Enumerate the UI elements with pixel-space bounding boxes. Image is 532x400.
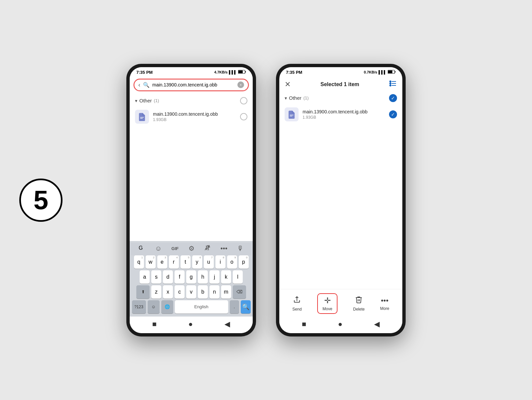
key-x[interactable]: x — [163, 285, 173, 299]
kb-toolbar: G ☺ GIF ⚙ ••• 🎙 — [131, 243, 251, 255]
google-icon[interactable]: G — [139, 244, 145, 253]
more-dots-icon: ••• — [381, 296, 388, 305]
key-i[interactable]: i8 — [215, 255, 225, 269]
ph2-more-action[interactable]: ••• More — [380, 296, 389, 311]
key-c[interactable]: c — [175, 285, 185, 299]
ph2-file-icon — [285, 107, 299, 121]
emoji-icon[interactable]: ☺ — [155, 245, 162, 252]
ph2-category-check[interactable]: ✓ — [389, 94, 397, 102]
phone1-file-info: main.13900.com.tencent.ig.obb 1.93GB — [153, 111, 236, 122]
key-search[interactable]: 🔍 — [241, 300, 251, 314]
more-icon[interactable]: ••• — [220, 245, 227, 252]
kb-row-4: ?123 ☺ 🌐 English . 🔍 — [131, 300, 251, 314]
chevron-down-icon: ▾ — [135, 98, 137, 103]
search-input[interactable]: main.13900.com.tencent.ig.obb — [152, 82, 235, 87]
phone-1-frame: 7:35 PM 4.7KB/s ▌▌▌ ‹ 🔍 main.13900.com.t… — [126, 64, 256, 336]
svg-point-13 — [390, 83, 391, 84]
phone1-search-bar[interactable]: ‹ 🔍 main.13900.com.tencent.ig.obb × — [134, 79, 249, 91]
key-globe[interactable]: 🌐 — [161, 300, 173, 314]
key-z[interactable]: z — [151, 285, 161, 299]
mic-icon[interactable]: 🎙 — [237, 245, 244, 252]
ph2-file-item[interactable]: main.13900.com.tencent.ig.obb 1.93GB ✓ — [279, 104, 402, 125]
phone1-file-name: main.13900.com.tencent.ig.obb — [153, 111, 236, 117]
svg-rect-15 — [290, 115, 294, 115]
key-v[interactable]: v — [186, 285, 196, 299]
svg-rect-3 — [140, 117, 144, 118]
key-g[interactable]: g — [186, 270, 196, 284]
search-back-button[interactable]: ‹ — [138, 81, 140, 88]
ph2-send-action[interactable]: Send — [292, 296, 302, 312]
ph2-send-label: Send — [292, 307, 302, 312]
phone1-file-item[interactable]: main.13900.com.tencent.ig.obb 1.93GB — [130, 106, 253, 127]
settings-icon[interactable]: ⚙ — [189, 244, 195, 252]
key-m[interactable]: m — [221, 285, 231, 299]
svg-point-12 — [390, 81, 391, 82]
key-delete[interactable]: ⌫ — [233, 285, 246, 299]
phone2-time: 7:35 PM — [286, 70, 302, 75]
ph2-title: Selected 1 item — [321, 81, 359, 87]
key-d[interactable]: d — [163, 270, 173, 284]
phone1-file-size: 1.93GB — [153, 117, 236, 122]
nav-back-button[interactable]: ◀ — [224, 320, 230, 329]
key-u[interactable]: u7 — [204, 255, 214, 269]
search-clear-button[interactable]: × — [237, 81, 244, 88]
svg-rect-4 — [140, 118, 143, 119]
key-s[interactable]: s — [151, 270, 161, 284]
ph2-move-label: Move — [323, 307, 332, 311]
ph2-filter-icon[interactable] — [389, 79, 397, 89]
ph2-chevron-icon: ▾ — [285, 95, 287, 101]
key-emoji[interactable]: ☺ — [148, 300, 160, 314]
key-space[interactable]: English — [175, 300, 228, 314]
ph2-file-check[interactable]: ✓ — [389, 110, 397, 118]
move-icon: ✛ — [324, 296, 331, 305]
phone1-time: 7:35 PM — [136, 70, 153, 75]
ph2-close-button[interactable]: ✕ — [285, 80, 291, 89]
ph2-nav-back-button[interactable]: ◀ — [374, 320, 380, 329]
ph2-file-size: 1.93GB — [303, 115, 385, 120]
key-h[interactable]: h — [198, 270, 208, 284]
ph2-bottom-toolbar: Send ✛ Move Delete — [279, 289, 402, 317]
phone2-status-icons: 0.7KB/s ▌▌▌ — [364, 70, 396, 74]
key-o[interactable]: o9 — [227, 255, 237, 269]
ph2-nav-stop-button[interactable]: ■ — [302, 320, 306, 329]
key-j[interactable]: j — [209, 270, 219, 284]
key-b[interactable]: b — [198, 285, 208, 299]
key-f[interactable]: f — [175, 270, 185, 284]
phone1-keyboard: G ☺ GIF ⚙ ••• 🎙 q1 w2 e3 r4 — [130, 241, 253, 317]
ph2-nav-home-button[interactable]: ● — [338, 320, 342, 329]
key-w[interactable]: w2 — [146, 255, 156, 269]
ph2-spacer — [279, 191, 402, 289]
key-p[interactable]: p0 — [239, 255, 249, 269]
svg-text:G: G — [139, 245, 143, 251]
key-num-switch[interactable]: ?123 — [132, 300, 146, 314]
key-shift[interactable]: ⬆ — [136, 285, 150, 299]
ph2-category-name: Other — [289, 95, 302, 101]
key-n[interactable]: n — [209, 285, 219, 299]
scene: 5 7:35 PM 4.7KB/s ▌▌▌ ‹ 🔍 m — [0, 0, 532, 400]
phone2-speed: 0.7KB/s — [364, 70, 377, 74]
key-q[interactable]: q1 — [134, 255, 144, 269]
svg-rect-2 — [245, 71, 246, 72]
kb-row-2: a s d f g h j k l — [131, 270, 251, 284]
key-r[interactable]: r4 — [169, 255, 179, 269]
key-period[interactable]: . — [230, 300, 239, 314]
nav-home-button[interactable]: ● — [189, 320, 193, 329]
phone2-signal-icon: ▌▌▌ — [379, 70, 386, 74]
search-icon: 🔍 — [143, 82, 150, 88]
translate-icon[interactable] — [204, 244, 211, 253]
gif-icon[interactable]: GIF — [172, 246, 179, 251]
key-e[interactable]: e3 — [157, 255, 167, 269]
key-t[interactable]: t5 — [181, 255, 191, 269]
ph2-move-action[interactable]: ✛ Move — [317, 293, 337, 314]
key-l[interactable]: l — [233, 270, 243, 284]
key-y[interactable]: y6 — [192, 255, 202, 269]
nav-stop-button[interactable]: ■ — [152, 320, 157, 329]
ph2-delete-action[interactable]: Delete — [353, 296, 365, 312]
kb-row-1: q1 w2 e3 r4 t5 y6 u7 i8 o9 p0 — [131, 255, 251, 269]
phone1-category-select[interactable] — [240, 97, 247, 104]
key-k[interactable]: k — [221, 270, 231, 284]
phone-2-screen: 7:35 PM 0.7KB/s ▌▌▌ ✕ Selected 1 item — [279, 67, 402, 333]
svg-rect-7 — [388, 70, 392, 73]
key-a[interactable]: a — [140, 270, 150, 284]
phone1-file-select[interactable] — [240, 113, 247, 120]
